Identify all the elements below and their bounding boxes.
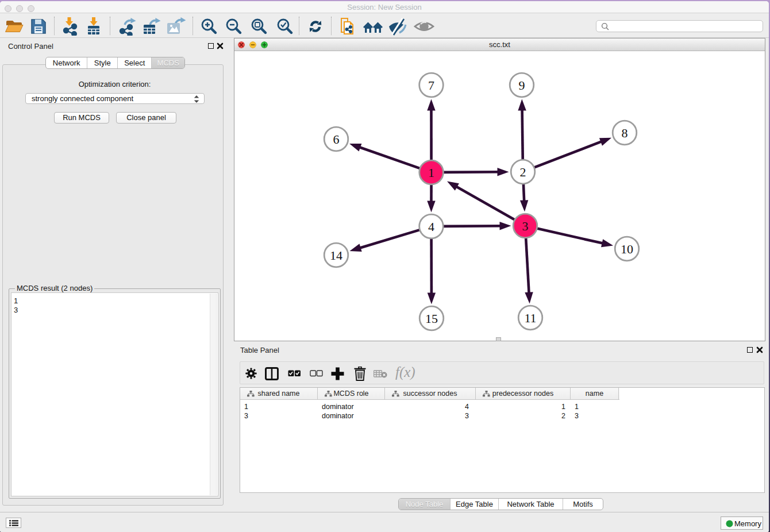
svg-text:9: 9 [519, 78, 525, 92]
svg-text:2: 2 [520, 165, 526, 179]
svg-text:14: 14 [330, 248, 342, 263]
svg-text:7: 7 [428, 78, 434, 92]
svg-text:11: 11 [524, 311, 536, 325]
svg-text:1: 1 [428, 165, 434, 180]
svg-text:8: 8 [622, 126, 628, 140]
svg-text:10: 10 [621, 242, 633, 256]
svg-text:4: 4 [428, 219, 434, 234]
svg-text:6: 6 [333, 132, 340, 147]
svg-text:15: 15 [425, 311, 438, 326]
svg-text:3: 3 [522, 219, 529, 233]
